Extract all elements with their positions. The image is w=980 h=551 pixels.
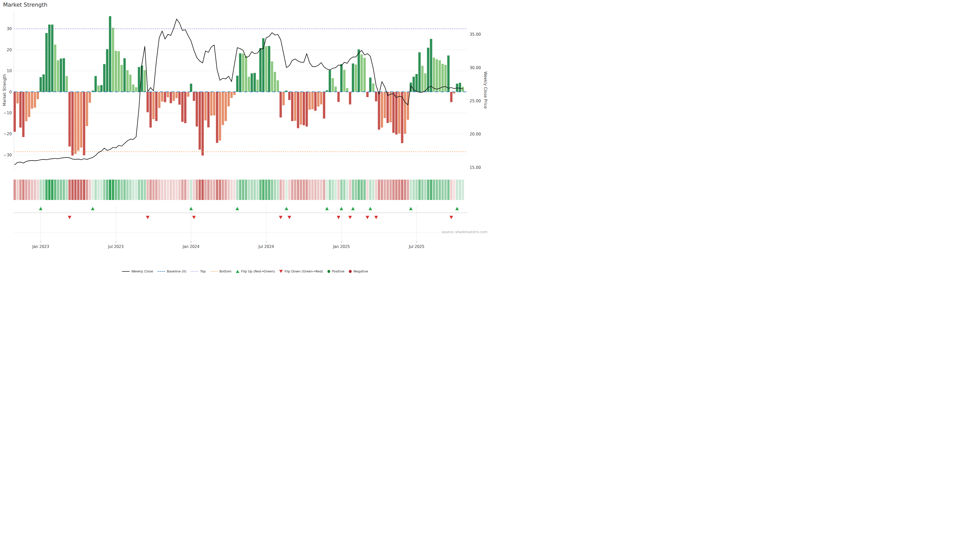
heatmap-cell <box>268 179 270 200</box>
strength-bar <box>22 92 24 137</box>
strength-bar <box>355 65 357 92</box>
strength-bar <box>404 92 406 134</box>
strength-bar <box>305 92 308 127</box>
heatmap-cell <box>334 179 337 200</box>
strength-bar <box>57 60 59 92</box>
strength-bar <box>433 58 435 92</box>
heatmap-cell <box>187 179 189 200</box>
heatmap-cell <box>196 179 198 200</box>
x-tick-label: Jul 2024 <box>258 245 274 249</box>
strength-bar <box>207 92 210 127</box>
strength-bar <box>106 49 108 92</box>
heatmap-cell <box>398 179 401 200</box>
heatmap-cell <box>300 179 302 200</box>
heatmap-cell <box>366 179 369 200</box>
strength-bar <box>372 83 374 92</box>
strength-bar <box>103 64 105 92</box>
strength-bar <box>320 92 322 104</box>
strength-bar <box>60 59 62 92</box>
heatmap-cell <box>442 179 444 200</box>
heatmap-cell <box>369 179 372 200</box>
heatmap-cell <box>97 179 100 200</box>
heatmap-cell <box>199 179 201 200</box>
heatmap-cell <box>285 179 288 200</box>
heatmap-cell <box>57 179 59 200</box>
strength-bar <box>363 58 366 92</box>
legend-label: Baseline (0) <box>167 269 186 273</box>
strength-bar <box>326 90 328 92</box>
strength-bar <box>253 73 256 92</box>
legend-label: Bottom <box>220 269 231 273</box>
strength-bar <box>442 64 444 92</box>
heatmap-cell <box>453 179 455 200</box>
strength-bar <box>129 75 131 92</box>
heatmap-cell <box>150 179 152 200</box>
strength-bar <box>170 92 172 103</box>
heatmap-cell <box>106 179 108 200</box>
strength-bar <box>175 92 178 98</box>
heatmap-cell <box>152 179 155 200</box>
heatmap-cell <box>404 179 406 200</box>
strength-bar <box>311 92 313 109</box>
heatmap-cell <box>178 179 181 200</box>
flip-up-marker <box>409 207 413 210</box>
x-tick-label: Jul 2025 <box>409 245 425 249</box>
strength-bar <box>251 73 253 92</box>
legend-label: Positive <box>332 269 345 273</box>
strength-bar <box>259 48 262 92</box>
heatmap-cell <box>115 179 117 200</box>
strength-bar <box>349 92 351 104</box>
strength-bar <box>40 77 42 92</box>
strength-bar <box>158 92 161 108</box>
strength-bar <box>395 92 398 135</box>
heatmap-cell <box>383 179 386 200</box>
strength-bar <box>447 56 450 92</box>
heatmap-cell <box>337 179 340 200</box>
strength-bar <box>418 52 421 92</box>
strength-bar <box>77 92 80 151</box>
strength-bar <box>25 92 27 121</box>
heatmap-cell <box>256 179 259 200</box>
dotted-line-icon <box>210 271 218 272</box>
heatmap-cell <box>109 179 111 200</box>
heatmap-cell <box>172 179 175 200</box>
strength-bar <box>291 92 293 121</box>
strength-bar <box>196 92 198 127</box>
strength-bar <box>407 92 409 120</box>
legend-label: Flip Up (Red→Green) <box>241 269 275 273</box>
legend-item-bottom: Bottom <box>210 269 231 273</box>
flip-up-marker <box>351 207 355 210</box>
heatmap-cell <box>456 179 458 200</box>
heatmap-cell <box>239 179 242 200</box>
heatmap-cell <box>450 179 452 200</box>
strength-bar <box>34 92 36 108</box>
heatmap-cell <box>349 179 351 200</box>
heatmap-cell <box>355 179 357 200</box>
heatmap-cell <box>294 179 296 200</box>
flip-up-marker <box>189 207 193 210</box>
strength-bar <box>309 92 311 110</box>
flip-up-marker <box>340 207 343 210</box>
strength-bar <box>383 92 386 118</box>
strength-bar <box>283 92 285 105</box>
strength-bar <box>329 70 331 92</box>
strength-bar <box>422 66 424 92</box>
flip-down-marker <box>337 216 340 219</box>
heatmap-cell <box>378 179 380 200</box>
strength-bar <box>65 76 68 92</box>
triangle-down-icon <box>279 270 283 273</box>
heatmap-cell <box>346 179 348 200</box>
flip-down-marker <box>348 216 352 219</box>
strength-bar <box>68 92 71 146</box>
heatmap-cell <box>135 179 137 200</box>
heatmap-cell <box>231 179 233 200</box>
strength-bar <box>144 70 146 92</box>
flip-up-marker <box>325 207 329 210</box>
legend-item-negative: Negative <box>349 269 368 273</box>
source-credit: source: sharemaestro.com <box>442 230 487 234</box>
strength-bar <box>346 88 348 92</box>
strength-bar <box>444 65 447 92</box>
strength-bar <box>297 92 299 128</box>
strength-bar <box>74 92 76 154</box>
heatmap-cell <box>427 179 429 200</box>
